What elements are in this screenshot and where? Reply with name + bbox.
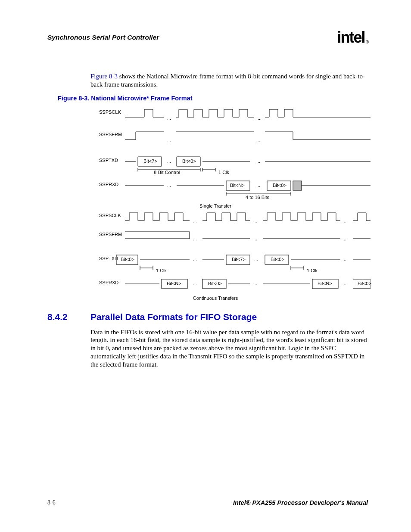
- waveform-sspsclk-1: [60, 107, 371, 120]
- annotation-4to16: [60, 191, 371, 199]
- manual-title: Intel® PXA255 Processor Developer's Manu…: [233, 499, 368, 506]
- ellipsis: ...: [193, 219, 197, 224]
- bit-label: Bit<N>: [230, 183, 245, 188]
- page-header: Synchronous Serial Port Controller intel…: [47, 34, 368, 52]
- section-title: Parallel Data Formats for FIFO Storage: [90, 312, 257, 322]
- waveform-sspsfrm-1: [60, 129, 371, 142]
- signal-row-sspsfrm-1: SSPSFRM ... ...: [60, 129, 371, 144]
- bit-label: Bit<0>: [273, 183, 286, 188]
- signal-row-ssprxd-1: SSPRXD ... Bit<N> ... Bit<0> 4 to 16: [60, 179, 371, 201]
- ellipsis: ...: [167, 115, 171, 121]
- bit-label: Bit<0>: [121, 257, 134, 262]
- ellipsis: ...: [193, 236, 197, 241]
- ellipsis: ...: [344, 257, 348, 262]
- registered-mark: ®: [366, 40, 369, 44]
- bit-label: Bit<N>: [318, 281, 332, 286]
- timing-diagram: SSPSCLK ... ... SSPSFRM ... ... SSPTXD: [60, 107, 371, 301]
- page: Synchronous Serial Port Controller intel…: [0, 0, 411, 532]
- bit-label: Bit<7>: [143, 159, 157, 164]
- signal-row-sspsclk-2: SSPSCLK ... ... ...: [60, 210, 371, 225]
- signal-row-sspsfrm-2: SSPSFRM ... ... ...: [60, 229, 371, 244]
- page-footer: 8-6 Intel® PXA255 Processor Developer's …: [47, 499, 368, 506]
- ellipsis: ...: [254, 257, 258, 262]
- figure-reference-link[interactable]: Figure 8-3: [90, 73, 118, 80]
- ellipsis: ...: [167, 138, 171, 143]
- ellipsis: ...: [344, 219, 348, 224]
- section-number: 8.4.2: [47, 312, 90, 322]
- section-body: Data in the FIFOs is stored with one 16-…: [90, 328, 368, 369]
- figure-caption: Figure 8-3. National Microwire* Frame Fo…: [58, 95, 368, 102]
- ellipsis: ...: [167, 183, 171, 188]
- bit-label: Bit<0>: [208, 281, 222, 286]
- bit-label: Bit<7>: [232, 257, 246, 262]
- annotation-label: 1 Clk: [307, 268, 318, 273]
- waveform-ssptxd-1: [60, 155, 371, 168]
- waveform-sspsfrm-2: [60, 229, 371, 241]
- ellipsis: ...: [258, 115, 262, 121]
- intro-text: shows the National Microwire frame forma…: [90, 73, 365, 88]
- bit-label: Bit<0>: [358, 281, 371, 286]
- svg-rect-0: [293, 181, 302, 190]
- single-transfer-label: Single Transfer: [60, 203, 371, 208]
- ellipsis: ...: [253, 236, 257, 241]
- bit-label: Bit<N>: [167, 281, 181, 286]
- ellipsis: ...: [167, 159, 171, 164]
- intel-logo: intel®: [337, 28, 368, 47]
- bit-label: Bit<0>: [182, 159, 196, 164]
- ellipsis: ...: [193, 281, 197, 286]
- waveform-ssptxd-2: [60, 253, 371, 266]
- chapter-title: Synchronous Serial Port Controller: [47, 34, 159, 41]
- annotation-label: 4 to 16 Bits: [246, 195, 269, 200]
- bit-label: Bit<0>: [271, 257, 284, 262]
- annotation-label: 1 Clk: [218, 170, 229, 175]
- annotation-8bit-control: [60, 167, 371, 177]
- ellipsis: ...: [258, 138, 262, 143]
- page-number: 8-6: [47, 499, 56, 506]
- ellipsis: ...: [256, 159, 260, 164]
- annotation-1clk-bars: [60, 265, 371, 274]
- ellipsis: ...: [253, 219, 257, 224]
- intro-paragraph: Figure 8-3 shows the National Microwire …: [90, 72, 368, 89]
- signal-row-ssptxd-2: SSPTXD Bit<0> ... Bit<7> ... Bit<0> ...: [60, 253, 371, 274]
- ellipsis: ...: [344, 236, 348, 241]
- annotation-label: 1 Clk: [156, 268, 167, 273]
- ellipsis: ...: [344, 281, 348, 286]
- ellipsis: ...: [193, 257, 197, 262]
- waveform-sspsclk-2: [60, 210, 371, 223]
- signal-row-sspsclk-1: SSPSCLK ... ...: [60, 107, 371, 121]
- section-heading: 8.4.2 Parallel Data Formats for FIFO Sto…: [47, 312, 368, 322]
- waveform-ssprxd-1: [60, 179, 371, 192]
- annotation-label: 8-Bit Control: [154, 170, 180, 175]
- ellipsis: ...: [256, 183, 260, 188]
- continuous-transfers-label: Continuous Transfers: [60, 296, 371, 301]
- signal-row-ssptxd-1: SSPTXD Bit<7> ... Bit<0> ... 8-Bit C: [60, 155, 371, 174]
- ellipsis: ...: [253, 281, 257, 286]
- signal-row-ssprxd-2: SSPRXD Bit<N> ... Bit<0> ... Bit<N> ... …: [60, 277, 371, 292]
